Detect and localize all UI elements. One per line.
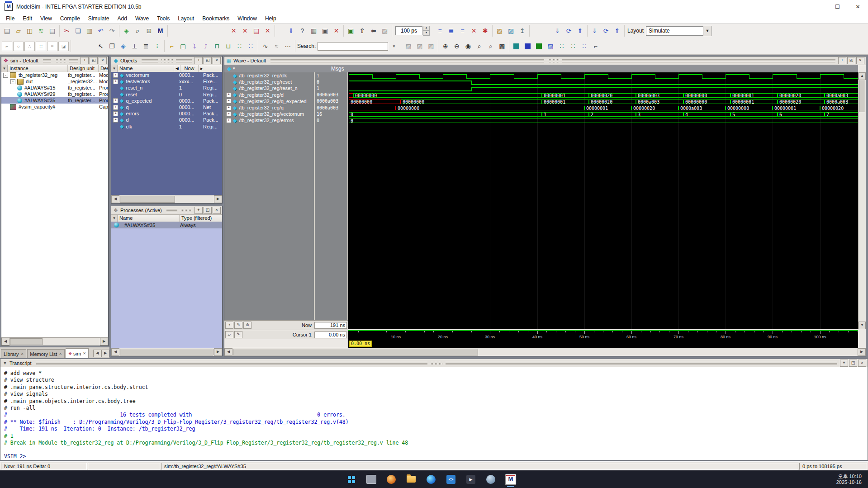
- wave-edit-icon[interactable]: ✎: [234, 322, 242, 329]
- taskbar-task-view-icon[interactable]: [365, 474, 377, 485]
- objects-panel-header[interactable]: ◆ Objects + ◰ ×: [111, 57, 222, 65]
- sim-undock-button[interactable]: ◰: [90, 57, 98, 64]
- wave-scroll-right-icon[interactable]: ▶: [858, 348, 866, 356]
- blank-5-icon[interactable]: ⌗: [47, 42, 57, 51]
- break-icon[interactable]: ✱: [479, 25, 491, 37]
- zoom-full-icon[interactable]: ◉: [462, 41, 474, 52]
- restore-window-icon[interactable]: ❐: [106, 41, 118, 52]
- menu-tools[interactable]: Tools: [153, 14, 174, 23]
- objects-now-button[interactable]: Now: [180, 65, 199, 72]
- search-input[interactable]: [318, 42, 388, 51]
- help-pointer-icon[interactable]: ?: [297, 25, 308, 37]
- objects-row-errors[interactable]: +◆errors0000...Pack...: [111, 110, 222, 117]
- processes-hscrollbar[interactable]: ◀ ▶: [111, 348, 222, 356]
- processes-undock-button[interactable]: ◰: [204, 207, 212, 214]
- objects-col-extra[interactable]: ▸: [199, 65, 222, 72]
- tree-expand-icon[interactable]: -: [3, 73, 8, 78]
- expand-icon[interactable]: +: [226, 105, 231, 110]
- copy-icon[interactable]: ❏: [72, 25, 84, 37]
- menu-help[interactable]: Help: [261, 14, 280, 23]
- processes-scroll-thumb[interactable]: [120, 349, 213, 355]
- blank-1-icon[interactable]: ⌐: [2, 42, 12, 51]
- hand-icon[interactable]: ↥: [517, 25, 528, 37]
- delete-all-icon[interactable]: ✕: [262, 25, 273, 37]
- zoom-cursor-icon[interactable]: ⌕: [485, 41, 496, 52]
- processes-filter-icon[interactable]: ▼: [111, 215, 118, 222]
- minimize-button[interactable]: ─: [807, 0, 827, 14]
- wave-cursor-row[interactable]: 0.00 ns: [348, 339, 858, 348]
- menu-file[interactable]: File: [2, 14, 19, 23]
- jump-up-icon[interactable]: ⇑: [574, 25, 586, 37]
- filter-3-icon[interactable]: ▨: [425, 41, 436, 52]
- sim-close-button[interactable]: ×: [99, 57, 107, 64]
- process-row--always-35[interactable]: #ALWAYS#35Always: [111, 222, 222, 228]
- sim-tree-row-dut[interactable]: +dut_register32...Module: [1, 78, 108, 85]
- profile-2-icon[interactable]: ▨: [505, 25, 517, 37]
- wave-scroll-left-icon[interactable]: ◀: [224, 348, 232, 356]
- expand-icon[interactable]: +: [113, 73, 118, 78]
- redo-icon[interactable]: ↷: [106, 25, 118, 37]
- blank-2-icon[interactable]: ○: [13, 42, 24, 51]
- tab-memory-list[interactable]: Memory List✕: [27, 349, 65, 358]
- dots-3-icon[interactable]: ∷: [579, 41, 590, 52]
- edit-7-icon[interactable]: ∷: [234, 41, 245, 52]
- run-up-icon[interactable]: ⇧: [356, 25, 368, 37]
- objects-add-button[interactable]: +: [194, 57, 203, 64]
- objects-col-collapse-icon[interactable]: ◄: [174, 65, 180, 72]
- run-continue-icon[interactable]: ≣: [446, 25, 457, 37]
- vsim-prompt[interactable]: VSIM 2>: [4, 453, 868, 460]
- diamond-tool-icon[interactable]: ◈: [118, 41, 129, 52]
- close-pane-icon[interactable]: ✕: [331, 25, 342, 37]
- maximize-button[interactable]: ☐: [827, 0, 848, 14]
- reload-icon[interactable]: ≋: [35, 25, 47, 37]
- undo-icon[interactable]: ↶: [95, 25, 106, 37]
- processes-scroll-left-icon[interactable]: ◀: [111, 348, 119, 356]
- tab-library[interactable]: Library✕: [1, 349, 26, 358]
- processes-col-name[interactable]: Name: [118, 215, 180, 222]
- pane-icon[interactable]: ▣: [319, 25, 331, 37]
- wave-name-row[interactable]: +◆/tb_register32_reg/errors: [224, 117, 314, 123]
- wave-group-icon[interactable]: ◆: [227, 66, 231, 72]
- edit-5-icon[interactable]: ⊓: [211, 41, 223, 52]
- cut-signal-icon[interactable]: ✕: [228, 25, 239, 37]
- processes-close-button[interactable]: ×: [213, 207, 221, 214]
- sim-col-design-unit-type[interactable]: Des: [99, 65, 108, 72]
- blank-3-icon[interactable]: ∴: [24, 42, 35, 51]
- waveform-canvas[interactable]: 0000000000000001000000200000a00300000000…: [348, 72, 858, 329]
- paste-signal-icon[interactable]: ▤: [251, 25, 262, 37]
- transcript-undock-button[interactable]: ◰: [849, 360, 857, 367]
- objects-hscrollbar[interactable]: ◀ ▶: [111, 195, 222, 203]
- menu-simulate[interactable]: Simulate: [84, 14, 114, 23]
- edit-2-icon[interactable]: ▢: [177, 41, 189, 52]
- delete-signal-icon[interactable]: ✕: [239, 25, 251, 37]
- sim-scroll-thumb[interactable]: [10, 338, 43, 345]
- run-length-spinbox[interactable]: ▲▼: [395, 26, 430, 36]
- align-tool-icon[interactable]: ⟂: [129, 41, 140, 52]
- paste-icon[interactable]: ▥: [84, 25, 95, 37]
- objects-scroll-thumb[interactable]: [120, 196, 175, 203]
- environment-icon[interactable]: ⊞: [143, 25, 155, 37]
- transcript-add-button[interactable]: +: [840, 360, 848, 367]
- search-dropdown-icon[interactable]: ▼: [388, 41, 399, 52]
- sim-filter-icon[interactable]: ▼: [1, 65, 8, 72]
- sim-tree-row-tb-register32-reg[interactable]: -tb_register32_regtb_register...Module: [1, 72, 108, 78]
- wave-msgs-header[interactable]: Msgs: [331, 66, 344, 72]
- wave-undock-button[interactable]: ◰: [847, 57, 855, 64]
- sim-col-design-unit[interactable]: Design unit: [68, 65, 99, 72]
- find-icon[interactable]: ⌕: [132, 25, 143, 37]
- save-icon[interactable]: ◫: [24, 25, 35, 37]
- wave-folder-icon[interactable]: ▱: [225, 331, 233, 338]
- run-length-input[interactable]: [395, 26, 422, 35]
- tabs-scroll-left-icon[interactable]: ◀: [93, 350, 101, 357]
- sim-scroll-right-icon[interactable]: ▶: [100, 338, 108, 346]
- taskbar-edge-icon[interactable]: [425, 474, 437, 485]
- zoom-in-icon[interactable]: ⊕: [440, 41, 451, 52]
- stop-icon[interactable]: ✕: [468, 25, 479, 37]
- wave-cursor-label[interactable]: Cursor 1: [242, 332, 314, 337]
- processes-col-type[interactable]: Type (filtered): [180, 215, 222, 222]
- modelsim-home-icon[interactable]: M: [155, 25, 166, 37]
- edit-3-icon[interactable]: ⤵: [189, 41, 200, 52]
- column-blue-icon[interactable]: [522, 41, 533, 52]
- tab-close-icon[interactable]: ✕: [83, 351, 86, 355]
- wave-hscrollbar[interactable]: ◀ ▶: [224, 348, 866, 356]
